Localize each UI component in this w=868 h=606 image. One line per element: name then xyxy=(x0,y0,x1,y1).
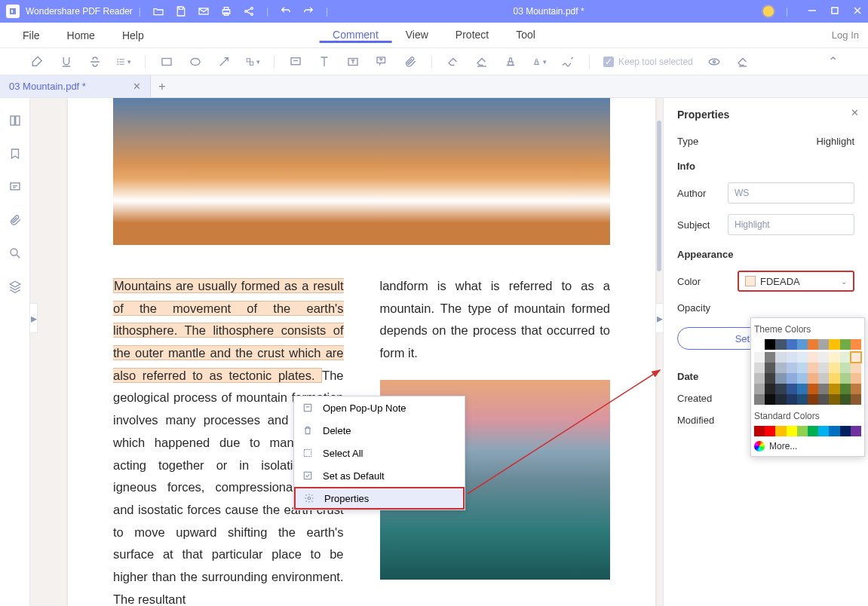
color-swatch-cell[interactable] xyxy=(787,384,797,394)
thumbnails-icon[interactable] xyxy=(8,113,23,128)
eraser2-tool-icon[interactable] xyxy=(735,54,750,69)
menu-protect[interactable]: Protect xyxy=(442,29,502,41)
color-swatch-cell[interactable] xyxy=(851,373,861,384)
folder-icon[interactable] xyxy=(150,3,167,20)
bookmarks-icon[interactable] xyxy=(8,146,23,161)
color-swatch-cell[interactable] xyxy=(787,352,797,363)
color-swatch-cell[interactable] xyxy=(754,352,765,363)
menu-file[interactable]: File xyxy=(9,23,54,47)
color-swatch-cell[interactable] xyxy=(829,339,839,350)
mail-icon[interactable] xyxy=(195,3,212,20)
color-swatch-cell[interactable] xyxy=(851,394,861,405)
layers-icon[interactable] xyxy=(8,279,23,294)
textbox-tool-icon[interactable] xyxy=(345,54,360,69)
theme-toggle-icon[interactable] xyxy=(763,6,774,17)
color-select[interactable]: FDEADA ⌄ xyxy=(738,271,854,292)
rectangle-tool-icon[interactable] xyxy=(159,54,174,69)
oval-tool-icon[interactable] xyxy=(188,54,203,69)
color-swatch-cell[interactable] xyxy=(818,394,829,405)
cm-select-all[interactable]: Select All xyxy=(294,442,465,464)
color-swatch-cell[interactable] xyxy=(797,339,808,350)
color-swatch-cell[interactable] xyxy=(797,394,808,405)
color-swatch-cell[interactable] xyxy=(765,373,775,384)
save-icon[interactable] xyxy=(173,3,189,20)
color-swatch-cell[interactable] xyxy=(797,426,808,436)
color-swatch-cell[interactable] xyxy=(840,373,851,384)
color-swatch-cell[interactable] xyxy=(775,426,786,436)
menu-help[interactable]: Help xyxy=(109,23,158,47)
expand-right-handle[interactable]: ▸ xyxy=(655,303,663,333)
search-icon[interactable] xyxy=(8,246,23,261)
highlighted-text[interactable]: Mountains are usually formed as a result… xyxy=(113,278,344,383)
color-swatch-cell[interactable] xyxy=(775,339,786,350)
menu-home[interactable]: Home xyxy=(54,23,109,47)
highlight-tool-icon[interactable] xyxy=(30,54,45,69)
color-swatch-cell[interactable] xyxy=(765,352,775,363)
undo-icon[interactable] xyxy=(278,3,294,20)
tab-document[interactable]: 03 Mountain.pdf * ✕ xyxy=(0,75,151,97)
color-swatch-cell[interactable] xyxy=(818,339,829,350)
color-swatch-cell[interactable] xyxy=(754,394,765,405)
underline-tool-icon[interactable] xyxy=(59,54,74,69)
signature-tool-icon[interactable] xyxy=(560,54,575,69)
color-swatch-cell[interactable] xyxy=(765,363,775,373)
color-swatch-cell[interactable] xyxy=(775,384,786,394)
color-swatch-cell[interactable] xyxy=(808,363,818,373)
color-swatch-cell[interactable] xyxy=(840,363,851,373)
color-swatch-cell[interactable] xyxy=(808,384,818,394)
cm-open-popup[interactable]: Open Pop-Up Note xyxy=(294,396,465,419)
color-swatch-cell[interactable] xyxy=(787,363,797,373)
color-swatch-cell[interactable] xyxy=(754,339,765,350)
comments-icon[interactable] xyxy=(8,179,23,194)
color-swatch-cell[interactable] xyxy=(797,384,808,394)
strikethrough-tool-icon[interactable] xyxy=(87,54,103,69)
keep-tool-selected-toggle[interactable]: ✓ Keep tool selected xyxy=(603,57,693,67)
color-swatch-cell[interactable] xyxy=(818,373,829,384)
add-tab-icon[interactable]: + xyxy=(151,80,173,93)
eraser-tool-icon[interactable] xyxy=(446,54,461,69)
collapse-toolbar-icon[interactable]: ⌃ xyxy=(828,54,838,69)
minimize-icon[interactable] xyxy=(808,6,817,17)
color-swatch-cell[interactable] xyxy=(797,363,808,373)
tab-close-icon[interactable]: ✕ xyxy=(133,81,141,92)
cm-set-default[interactable]: Set as Default xyxy=(294,464,465,487)
color-swatch-cell[interactable] xyxy=(840,426,851,436)
color-swatch-cell[interactable] xyxy=(829,373,839,384)
author-input[interactable] xyxy=(728,182,854,204)
color-swatch-cell[interactable] xyxy=(787,339,797,350)
color-swatch-cell[interactable] xyxy=(765,384,775,394)
color-swatch-cell[interactable] xyxy=(808,373,818,384)
color-swatch-cell[interactable] xyxy=(765,394,775,405)
color-swatch-cell[interactable] xyxy=(829,394,839,405)
color-swatch-cell[interactable] xyxy=(829,426,839,436)
print-icon[interactable] xyxy=(218,3,235,20)
color-swatch-cell[interactable] xyxy=(851,352,861,363)
login-link[interactable]: Log In xyxy=(832,29,859,41)
color-swatch-cell[interactable] xyxy=(797,352,808,363)
color-swatch-cell[interactable] xyxy=(840,394,851,405)
color-swatch-cell[interactable] xyxy=(775,394,786,405)
color-swatch-cell[interactable] xyxy=(818,363,829,373)
stamp3-tool-icon[interactable]: ▾ xyxy=(532,54,547,69)
color-swatch-cell[interactable] xyxy=(797,373,808,384)
menu-view[interactable]: View xyxy=(392,29,442,41)
color-swatch-cell[interactable] xyxy=(765,426,775,436)
color-swatch-cell[interactable] xyxy=(829,363,839,373)
color-swatch-cell[interactable] xyxy=(829,384,839,394)
color-swatch-cell[interactable] xyxy=(808,394,818,405)
color-swatch-cell[interactable] xyxy=(775,363,786,373)
color-swatch-cell[interactable] xyxy=(851,339,861,350)
color-swatch-cell[interactable] xyxy=(818,384,829,394)
cm-delete[interactable]: Delete xyxy=(294,419,465,442)
expand-left-handle[interactable]: ▸ xyxy=(30,303,38,333)
more-colors-button[interactable]: More... xyxy=(754,441,861,451)
redo-icon[interactable] xyxy=(300,3,317,20)
attachment-tool-icon[interactable] xyxy=(403,54,418,69)
color-swatch-cell[interactable] xyxy=(787,394,797,405)
color-swatch-cell[interactable] xyxy=(851,363,861,373)
eye-tool-icon[interactable] xyxy=(707,54,722,69)
color-swatch-cell[interactable] xyxy=(754,373,765,384)
color-swatch-cell[interactable] xyxy=(808,339,818,350)
color-swatch-cell[interactable] xyxy=(765,339,775,350)
maximize-icon[interactable] xyxy=(830,6,839,17)
